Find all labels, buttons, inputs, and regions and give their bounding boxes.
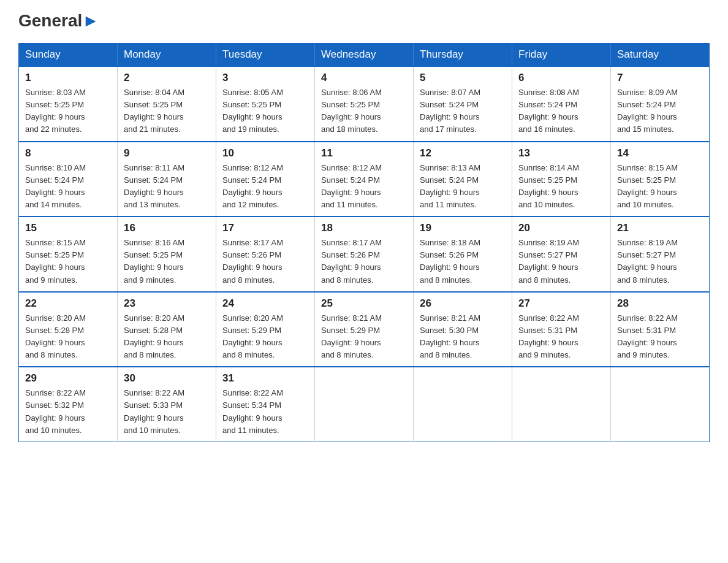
calendar-cell: 22 Sunrise: 8:20 AM Sunset: 5:28 PM Dayl…	[19, 292, 118, 367]
day-number: 9	[124, 147, 210, 159]
day-number: 30	[124, 372, 210, 385]
calendar-cell: 13 Sunrise: 8:14 AM Sunset: 5:25 PM Dayl…	[512, 142, 611, 217]
header-monday: Monday	[118, 44, 216, 67]
calendar-cell: 26 Sunrise: 8:21 AM Sunset: 5:30 PM Dayl…	[414, 292, 512, 367]
calendar-cell: 29 Sunrise: 8:22 AM Sunset: 5:32 PM Dayl…	[19, 367, 118, 442]
calendar-cell: 2 Sunrise: 8:04 AM Sunset: 5:25 PM Dayli…	[118, 66, 216, 142]
day-number: 12	[420, 147, 506, 159]
day-info: Sunrise: 8:15 AM Sunset: 5:25 PM Dayligh…	[617, 162, 703, 212]
day-info: Sunrise: 8:20 AM Sunset: 5:28 PM Dayligh…	[124, 312, 210, 362]
day-number: 28	[617, 297, 703, 310]
calendar-cell: 3 Sunrise: 8:05 AM Sunset: 5:25 PM Dayli…	[216, 66, 315, 142]
header-sunday: Sunday	[19, 44, 118, 67]
day-number: 3	[222, 72, 308, 84]
calendar-cell: 15 Sunrise: 8:15 AM Sunset: 5:25 PM Dayl…	[19, 216, 118, 292]
day-number: 2	[124, 72, 210, 84]
calendar-cell: 10 Sunrise: 8:12 AM Sunset: 5:24 PM Dayl…	[216, 142, 315, 217]
calendar-cell: 7 Sunrise: 8:09 AM Sunset: 5:24 PM Dayli…	[611, 66, 710, 142]
day-info: Sunrise: 8:15 AM Sunset: 5:25 PM Dayligh…	[25, 237, 111, 286]
header-friday: Friday	[512, 44, 611, 67]
day-info: Sunrise: 8:04 AM Sunset: 5:25 PM Dayligh…	[124, 86, 210, 136]
day-info: Sunrise: 8:14 AM Sunset: 5:25 PM Dayligh…	[518, 162, 604, 212]
day-number: 1	[25, 72, 111, 84]
day-number: 27	[518, 297, 604, 310]
calendar-table: SundayMondayTuesdayWednesdayThursdayFrid…	[18, 43, 710, 442]
day-number: 18	[321, 222, 407, 234]
day-number: 14	[617, 147, 703, 159]
calendar-cell: 4 Sunrise: 8:06 AM Sunset: 5:25 PM Dayli…	[315, 66, 414, 142]
calendar-cell	[611, 367, 710, 442]
day-info: Sunrise: 8:11 AM Sunset: 5:24 PM Dayligh…	[124, 162, 210, 212]
day-info: Sunrise: 8:12 AM Sunset: 5:24 PM Dayligh…	[222, 162, 308, 212]
day-number: 16	[124, 222, 210, 234]
logo-general-text: General►	[18, 12, 99, 29]
day-number: 5	[420, 72, 506, 84]
day-info: Sunrise: 8:20 AM Sunset: 5:28 PM Dayligh…	[25, 312, 111, 362]
calendar-cell: 18 Sunrise: 8:17 AM Sunset: 5:26 PM Dayl…	[315, 216, 414, 292]
day-number: 21	[617, 222, 703, 234]
day-number: 10	[222, 147, 308, 159]
day-info: Sunrise: 8:19 AM Sunset: 5:27 PM Dayligh…	[518, 237, 604, 286]
day-number: 6	[518, 72, 604, 84]
day-info: Sunrise: 8:20 AM Sunset: 5:29 PM Dayligh…	[222, 312, 308, 362]
day-info: Sunrise: 8:17 AM Sunset: 5:26 PM Dayligh…	[321, 237, 407, 286]
page-header: General►	[18, 12, 710, 31]
day-number: 26	[420, 297, 506, 310]
week-row-2: 8 Sunrise: 8:10 AM Sunset: 5:24 PM Dayli…	[19, 142, 710, 217]
day-info: Sunrise: 8:22 AM Sunset: 5:33 PM Dayligh…	[124, 387, 210, 437]
header-saturday: Saturday	[611, 44, 710, 67]
calendar-cell: 9 Sunrise: 8:11 AM Sunset: 5:24 PM Dayli…	[118, 142, 216, 217]
day-number: 17	[222, 222, 308, 234]
calendar-cell: 8 Sunrise: 8:10 AM Sunset: 5:24 PM Dayli…	[19, 142, 118, 217]
day-number: 25	[321, 297, 407, 310]
day-info: Sunrise: 8:22 AM Sunset: 5:31 PM Dayligh…	[617, 312, 703, 362]
week-row-5: 29 Sunrise: 8:22 AM Sunset: 5:32 PM Dayl…	[19, 367, 710, 442]
calendar-cell: 28 Sunrise: 8:22 AM Sunset: 5:31 PM Dayl…	[611, 292, 710, 367]
calendar-cell	[512, 367, 611, 442]
day-number: 20	[518, 222, 604, 234]
calendar-header-row: SundayMondayTuesdayWednesdayThursdayFrid…	[19, 44, 710, 67]
week-row-4: 22 Sunrise: 8:20 AM Sunset: 5:28 PM Dayl…	[19, 292, 710, 367]
logo: General►	[18, 12, 99, 31]
calendar-cell: 21 Sunrise: 8:19 AM Sunset: 5:27 PM Dayl…	[611, 216, 710, 292]
calendar-cell: 5 Sunrise: 8:07 AM Sunset: 5:24 PM Dayli…	[414, 66, 512, 142]
day-info: Sunrise: 8:12 AM Sunset: 5:24 PM Dayligh…	[321, 162, 407, 212]
calendar-cell: 6 Sunrise: 8:08 AM Sunset: 5:24 PM Dayli…	[512, 66, 611, 142]
calendar-cell: 25 Sunrise: 8:21 AM Sunset: 5:29 PM Dayl…	[315, 292, 414, 367]
header-thursday: Thursday	[414, 44, 512, 67]
day-number: 29	[25, 372, 111, 385]
calendar-cell: 11 Sunrise: 8:12 AM Sunset: 5:24 PM Dayl…	[315, 142, 414, 217]
day-number: 8	[25, 147, 111, 159]
calendar-cell: 1 Sunrise: 8:03 AM Sunset: 5:25 PM Dayli…	[19, 66, 118, 142]
calendar-cell: 24 Sunrise: 8:20 AM Sunset: 5:29 PM Dayl…	[216, 292, 315, 367]
day-info: Sunrise: 8:22 AM Sunset: 5:32 PM Dayligh…	[25, 387, 111, 437]
week-row-3: 15 Sunrise: 8:15 AM Sunset: 5:25 PM Dayl…	[19, 216, 710, 292]
header-tuesday: Tuesday	[216, 44, 315, 67]
day-info: Sunrise: 8:19 AM Sunset: 5:27 PM Dayligh…	[617, 237, 703, 286]
day-info: Sunrise: 8:17 AM Sunset: 5:26 PM Dayligh…	[222, 237, 308, 286]
calendar-cell: 30 Sunrise: 8:22 AM Sunset: 5:33 PM Dayl…	[118, 367, 216, 442]
day-number: 11	[321, 147, 407, 159]
logo-arrow-shape: ►	[82, 11, 99, 30]
day-info: Sunrise: 8:03 AM Sunset: 5:25 PM Dayligh…	[25, 86, 111, 136]
day-info: Sunrise: 8:07 AM Sunset: 5:24 PM Dayligh…	[420, 86, 506, 136]
day-info: Sunrise: 8:21 AM Sunset: 5:29 PM Dayligh…	[321, 312, 407, 362]
week-row-1: 1 Sunrise: 8:03 AM Sunset: 5:25 PM Dayli…	[19, 66, 710, 142]
calendar-cell: 31 Sunrise: 8:22 AM Sunset: 5:34 PM Dayl…	[216, 367, 315, 442]
calendar-cell: 27 Sunrise: 8:22 AM Sunset: 5:31 PM Dayl…	[512, 292, 611, 367]
day-info: Sunrise: 8:09 AM Sunset: 5:24 PM Dayligh…	[617, 86, 703, 136]
day-number: 31	[222, 372, 308, 385]
day-info: Sunrise: 8:05 AM Sunset: 5:25 PM Dayligh…	[222, 86, 308, 136]
day-number: 15	[25, 222, 111, 234]
header-wednesday: Wednesday	[315, 44, 414, 67]
day-info: Sunrise: 8:18 AM Sunset: 5:26 PM Dayligh…	[420, 237, 506, 286]
day-number: 13	[518, 147, 604, 159]
day-number: 7	[617, 72, 703, 84]
calendar-cell: 23 Sunrise: 8:20 AM Sunset: 5:28 PM Dayl…	[118, 292, 216, 367]
day-number: 23	[124, 297, 210, 310]
calendar-cell	[315, 367, 414, 442]
day-info: Sunrise: 8:13 AM Sunset: 5:24 PM Dayligh…	[420, 162, 506, 212]
calendar-cell: 19 Sunrise: 8:18 AM Sunset: 5:26 PM Dayl…	[414, 216, 512, 292]
day-info: Sunrise: 8:10 AM Sunset: 5:24 PM Dayligh…	[25, 162, 111, 212]
day-info: Sunrise: 8:16 AM Sunset: 5:25 PM Dayligh…	[124, 237, 210, 286]
